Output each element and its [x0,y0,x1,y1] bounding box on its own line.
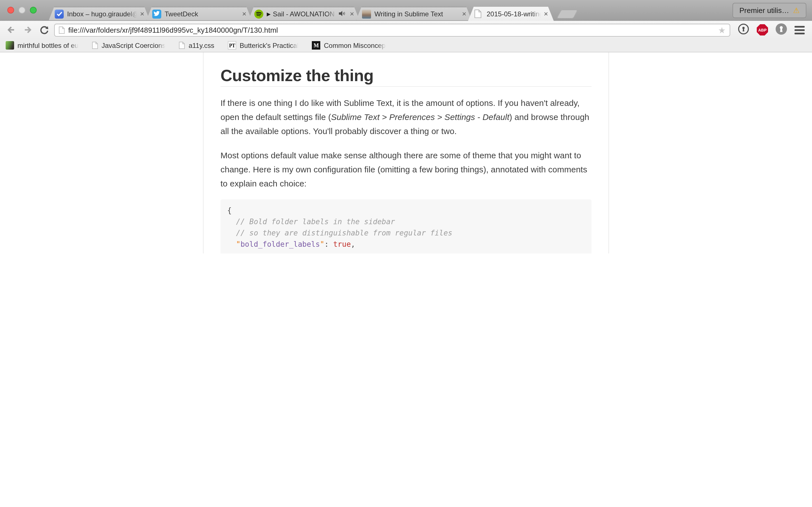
page-content: Customize the thing If there is one thin… [0,52,812,253]
traffic-lights [7,7,37,13]
code-line [227,250,585,253]
address-bar[interactable]: file:///var/folders/xr/jf9f48911l96d995v… [54,23,730,36]
inbox-icon [55,9,64,18]
tab-strip: Inbox – hugo.giraudel@gma × TweetDeck × [0,0,812,21]
tweetdeck-icon [152,9,161,18]
code-token [227,240,236,248]
bookmark-label: Common Misconcep [324,41,386,49]
profile-button[interactable]: Premier utilis… ⚠ [732,3,806,18]
medium-badge-icon: M [312,41,320,50]
pt-badge-icon: PT [228,41,236,50]
back-button[interactable] [5,24,17,36]
new-tab-button[interactable] [556,10,578,18]
keyhole-profile-icon[interactable] [775,23,787,37]
code-token: , [351,240,355,248]
bookmark-star-icon[interactable]: ★ [718,25,726,34]
close-icon[interactable]: × [242,10,246,17]
audio-speaker-icon[interactable] [339,9,346,19]
bookmark-a11y-css[interactable]: a11y.css [179,41,214,49]
page-title: Customize the thing [220,66,592,85]
code-line: // so they are distinguishable from regu… [227,228,585,239]
page-icon [59,26,65,34]
reload-button[interactable] [38,24,50,36]
warning-icon: ⚠ [793,6,800,15]
code-line: { [227,205,585,216]
avatar-favicon [362,9,371,18]
extensions: ABP [738,23,805,37]
bookmark-medium[interactable]: M Common Misconcep [312,41,386,50]
toolbar: file:///var/folders/xr/jf9f48911l96d995v… [0,21,812,39]
code-token: true [333,240,351,248]
profile-name: Premier utilis… [739,6,789,15]
article: Customize the thing If there is one thin… [203,52,609,253]
tab-title: Sail - AWOLNATION [273,10,336,18]
tab-active-document[interactable]: 2015-05-18-writing-in-subl × [468,7,554,21]
close-icon[interactable]: × [350,10,354,17]
playing-indicator-icon: ▶ [267,11,271,17]
bookmark-mirthful[interactable]: mirthful bottles of eu [6,41,79,50]
bookmarks-bar: mirthful bottles of eu JavaScript Coerci… [0,39,812,52]
minimize-window-button[interactable] [18,7,26,13]
code-token: " [236,240,241,248]
tab-title: Writing in Sublime Text [374,10,459,18]
menu-path-emphasis: Sublime Text > Preferences > Settings - … [331,112,509,122]
code-token: : [324,240,333,248]
zoom-window-button[interactable] [30,7,37,13]
bookmark-butterick[interactable]: PT Butterick's Practical [228,41,299,50]
close-window-button[interactable] [7,7,14,13]
code-block: { // Bold folder labels in the sidebar /… [220,200,592,253]
paragraph-2: Most options default value make sense al… [220,148,592,190]
bookmark-js-coercions[interactable]: JavaScript Coercions [92,41,165,49]
tab-title: 2015-05-18-writing-in-subl [487,10,541,18]
bookmark-label: a11y.css [189,41,214,49]
onepassword-icon[interactable] [738,23,749,37]
code-token: bold_folder_labels [241,240,320,248]
url-text[interactable]: file:///var/folders/xr/jf9f48911l96d995v… [68,25,715,34]
close-icon[interactable]: × [140,10,144,17]
paragraph-1: If there is one thing I do like with Sub… [220,96,592,138]
avatar-favicon [6,41,14,50]
tab-spotify[interactable]: ▶ Sail - AWOLNATION × [248,7,360,21]
tab-list: Inbox – hugo.giraudel@gma × TweetDeck × [49,7,576,21]
tab-title: Inbox – hugo.giraudel@gma [67,10,137,18]
code-token: // so they are distinguishable from regu… [227,229,452,237]
code-token: { [227,206,232,215]
code-line: // Bold folder labels in the sidebar [227,216,585,228]
close-icon[interactable]: × [462,10,466,17]
divider [220,86,592,87]
tab-tweetdeck[interactable]: TweetDeck × [146,7,252,21]
code-token: // Bold folder labels in the sidebar [227,217,395,226]
document-icon [92,42,98,49]
tab-inbox[interactable]: Inbox – hugo.giraudel@gma × [49,7,150,21]
document-icon [179,42,185,49]
code-line: "bold_folder_labels": true, [227,239,585,250]
browser-window: Inbox – hugo.giraudel@gma × TweetDeck × [0,0,812,253]
bookmark-label: mirthful bottles of eu [17,41,79,49]
forward-button[interactable] [21,24,34,36]
menu-icon[interactable] [795,25,805,34]
tab-title: TweetDeck [165,10,239,18]
tab-writing-sublime[interactable]: Writing in Sublime Text × [356,7,472,21]
close-icon[interactable]: × [544,10,548,17]
bookmark-label: JavaScript Coercions [101,41,165,49]
bookmark-label: Butterick's Practical [240,41,299,49]
spotify-icon [254,9,263,18]
adblock-plus-icon[interactable]: ABP [757,24,768,36]
code-token: " [320,240,324,248]
document-icon [474,9,483,18]
